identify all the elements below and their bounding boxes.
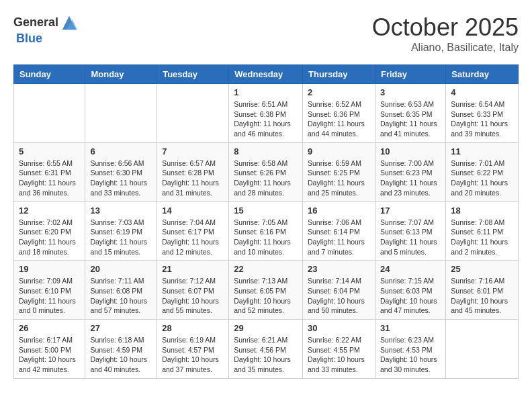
day-info: Sunrise: 6:18 AM Sunset: 4:59 PM Dayligh…	[90, 335, 152, 375]
calendar-cell: 27Sunrise: 6:18 AM Sunset: 4:59 PM Dayli…	[85, 320, 157, 379]
logo-general-text: General	[13, 16, 58, 30]
day-info: Sunrise: 7:04 AM Sunset: 6:17 PM Dayligh…	[162, 218, 224, 257]
day-info: Sunrise: 6:51 AM Sunset: 6:38 PM Dayligh…	[234, 99, 298, 139]
calendar-cell: 11Sunrise: 7:01 AM Sunset: 6:22 PM Dayli…	[446, 142, 519, 201]
calendar-cell: 20Sunrise: 7:11 AM Sunset: 6:08 PM Dayli…	[85, 261, 157, 320]
calendar-header-monday: Monday	[85, 65, 157, 84]
calendar-cell: 21Sunrise: 7:12 AM Sunset: 6:07 PM Dayli…	[157, 261, 229, 320]
calendar-cell	[85, 84, 157, 143]
calendar-cell: 13Sunrise: 7:03 AM Sunset: 6:19 PM Dayli…	[85, 201, 157, 261]
day-info: Sunrise: 6:57 AM Sunset: 6:28 PM Dayligh…	[162, 158, 224, 198]
day-info: Sunrise: 6:23 AM Sunset: 4:53 PM Dayligh…	[380, 335, 441, 375]
calendar-cell: 16Sunrise: 7:06 AM Sunset: 6:14 PM Dayli…	[303, 201, 375, 261]
calendar-cell: 26Sunrise: 6:17 AM Sunset: 5:00 PM Dayli…	[14, 320, 85, 379]
location-title: Aliano, Basilicate, Italy	[372, 42, 519, 54]
day-number: 27	[90, 323, 152, 333]
day-number: 2	[308, 87, 370, 97]
calendar-cell: 5Sunrise: 6:55 AM Sunset: 6:31 PM Daylig…	[14, 142, 85, 201]
day-info: Sunrise: 6:17 AM Sunset: 5:00 PM Dayligh…	[19, 335, 80, 375]
day-info: Sunrise: 6:21 AM Sunset: 4:56 PM Dayligh…	[234, 335, 298, 375]
day-info: Sunrise: 6:56 AM Sunset: 6:30 PM Dayligh…	[90, 158, 152, 198]
calendar-week-row: 1Sunrise: 6:51 AM Sunset: 6:38 PM Daylig…	[14, 84, 519, 143]
day-number: 9	[308, 146, 370, 156]
calendar-cell: 17Sunrise: 7:07 AM Sunset: 6:13 PM Dayli…	[375, 201, 445, 261]
day-info: Sunrise: 6:58 AM Sunset: 6:26 PM Dayligh…	[234, 158, 298, 198]
day-info: Sunrise: 6:59 AM Sunset: 6:25 PM Dayligh…	[308, 158, 370, 198]
day-info: Sunrise: 7:00 AM Sunset: 6:23 PM Dayligh…	[380, 158, 441, 198]
calendar-week-row: 19Sunrise: 7:09 AM Sunset: 6:10 PM Dayli…	[14, 261, 519, 320]
day-number: 12	[19, 205, 80, 216]
calendar-cell	[14, 84, 85, 143]
day-info: Sunrise: 6:22 AM Sunset: 4:55 PM Dayligh…	[308, 335, 370, 375]
day-info: Sunrise: 7:06 AM Sunset: 6:14 PM Dayligh…	[308, 218, 370, 257]
calendar-cell: 9Sunrise: 6:59 AM Sunset: 6:25 PM Daylig…	[303, 142, 375, 201]
calendar-cell: 15Sunrise: 7:05 AM Sunset: 6:16 PM Dayli…	[229, 201, 303, 261]
day-info: Sunrise: 7:03 AM Sunset: 6:19 PM Dayligh…	[90, 218, 152, 257]
logo-blue-text: Blue	[16, 32, 79, 46]
day-number: 29	[234, 323, 298, 333]
calendar-cell: 12Sunrise: 7:02 AM Sunset: 6:20 PM Dayli…	[14, 201, 85, 261]
calendar-week-row: 5Sunrise: 6:55 AM Sunset: 6:31 PM Daylig…	[14, 142, 519, 201]
day-number: 4	[451, 87, 513, 97]
calendar-cell: 24Sunrise: 7:15 AM Sunset: 6:03 PM Dayli…	[375, 261, 445, 320]
calendar-cell: 18Sunrise: 7:08 AM Sunset: 6:11 PM Dayli…	[446, 201, 519, 261]
day-number: 28	[162, 323, 224, 333]
day-number: 6	[90, 146, 152, 156]
day-info: Sunrise: 6:52 AM Sunset: 6:36 PM Dayligh…	[308, 99, 370, 139]
day-number: 18	[451, 205, 513, 216]
calendar-cell: 29Sunrise: 6:21 AM Sunset: 4:56 PM Dayli…	[229, 320, 303, 379]
day-info: Sunrise: 7:16 AM Sunset: 6:01 PM Dayligh…	[451, 276, 513, 316]
calendar-cell	[157, 84, 229, 143]
day-info: Sunrise: 7:01 AM Sunset: 6:22 PM Dayligh…	[451, 158, 513, 198]
logo-icon	[60, 13, 79, 32]
calendar-cell: 30Sunrise: 6:22 AM Sunset: 4:55 PM Dayli…	[303, 320, 375, 379]
page-header: General Blue October 2025 Aliano, Basili…	[13, 13, 519, 54]
day-info: Sunrise: 6:54 AM Sunset: 6:33 PM Dayligh…	[451, 99, 513, 139]
calendar-cell: 1Sunrise: 6:51 AM Sunset: 6:38 PM Daylig…	[229, 84, 303, 143]
calendar-cell: 23Sunrise: 7:14 AM Sunset: 6:04 PM Dayli…	[303, 261, 375, 320]
day-number: 23	[308, 264, 370, 274]
day-number: 16	[308, 205, 370, 216]
day-number: 20	[90, 264, 152, 274]
calendar-week-row: 12Sunrise: 7:02 AM Sunset: 6:20 PM Dayli…	[14, 201, 519, 261]
day-info: Sunrise: 7:05 AM Sunset: 6:16 PM Dayligh…	[234, 218, 298, 257]
calendar-cell: 25Sunrise: 7:16 AM Sunset: 6:01 PM Dayli…	[446, 261, 519, 320]
day-number: 11	[451, 146, 513, 156]
calendar-cell: 8Sunrise: 6:58 AM Sunset: 6:26 PM Daylig…	[229, 142, 303, 201]
title-block: October 2025 Aliano, Basilicate, Italy	[372, 13, 519, 54]
calendar-cell: 22Sunrise: 7:13 AM Sunset: 6:05 PM Dayli…	[229, 261, 303, 320]
calendar-header-saturday: Saturday	[446, 65, 519, 84]
calendar-cell: 4Sunrise: 6:54 AM Sunset: 6:33 PM Daylig…	[446, 84, 519, 143]
day-info: Sunrise: 7:14 AM Sunset: 6:04 PM Dayligh…	[308, 276, 370, 316]
day-number: 10	[380, 146, 441, 156]
day-info: Sunrise: 7:12 AM Sunset: 6:07 PM Dayligh…	[162, 276, 224, 316]
day-info: Sunrise: 7:11 AM Sunset: 6:08 PM Dayligh…	[90, 276, 152, 316]
day-number: 19	[19, 264, 80, 274]
day-number: 1	[234, 87, 298, 97]
day-number: 25	[451, 264, 513, 274]
day-number: 17	[380, 205, 441, 216]
calendar-cell	[446, 320, 519, 379]
day-info: Sunrise: 7:09 AM Sunset: 6:10 PM Dayligh…	[19, 276, 80, 316]
day-info: Sunrise: 6:53 AM Sunset: 6:35 PM Dayligh…	[380, 99, 441, 139]
calendar-table: SundayMondayTuesdayWednesdayThursdayFrid…	[13, 64, 519, 379]
day-number: 13	[90, 205, 152, 216]
day-number: 14	[162, 205, 224, 216]
calendar-cell: 14Sunrise: 7:04 AM Sunset: 6:17 PM Dayli…	[157, 201, 229, 261]
day-number: 22	[234, 264, 298, 274]
day-number: 15	[234, 205, 298, 216]
calendar-cell: 28Sunrise: 6:19 AM Sunset: 4:57 PM Dayli…	[157, 320, 229, 379]
day-number: 7	[162, 146, 224, 156]
day-number: 30	[308, 323, 370, 333]
day-info: Sunrise: 6:19 AM Sunset: 4:57 PM Dayligh…	[162, 335, 224, 375]
calendar-header-thursday: Thursday	[303, 65, 375, 84]
day-number: 31	[380, 323, 441, 333]
calendar-cell: 7Sunrise: 6:57 AM Sunset: 6:28 PM Daylig…	[157, 142, 229, 201]
logo: General Blue	[13, 13, 79, 46]
day-info: Sunrise: 7:08 AM Sunset: 6:11 PM Dayligh…	[451, 218, 513, 257]
day-info: Sunrise: 6:55 AM Sunset: 6:31 PM Dayligh…	[19, 158, 80, 198]
calendar-week-row: 26Sunrise: 6:17 AM Sunset: 5:00 PM Dayli…	[14, 320, 519, 379]
calendar-cell: 10Sunrise: 7:00 AM Sunset: 6:23 PM Dayli…	[375, 142, 445, 201]
calendar-header-tuesday: Tuesday	[157, 65, 229, 84]
day-info: Sunrise: 7:13 AM Sunset: 6:05 PM Dayligh…	[234, 276, 298, 316]
